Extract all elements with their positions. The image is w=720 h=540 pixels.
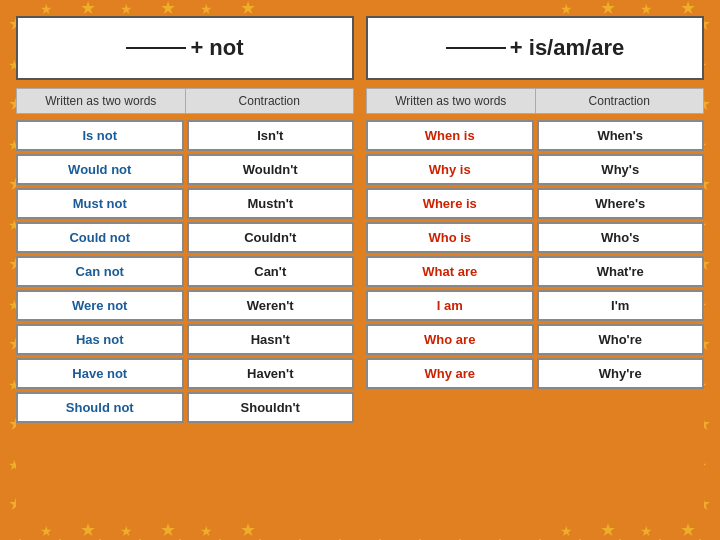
right-word-0: When is (366, 120, 534, 151)
right-header-words: Written as two words (367, 89, 536, 113)
svg-text:★: ★ (640, 1, 653, 17)
left-row-2: Must not Mustn't (16, 188, 354, 219)
right-row-6: Who are Who're (366, 324, 704, 355)
right-table: When is When's Why is Why's Where is Whe… (366, 120, 704, 389)
right-panel: + is/am/are Written as two words Contrac… (366, 16, 704, 524)
right-contraction-1: Why's (537, 154, 705, 185)
svg-text:★: ★ (200, 523, 213, 539)
left-contraction-3: Couldn't (187, 222, 355, 253)
right-row-3: Who is Who's (366, 222, 704, 253)
left-contraction-7: Haven't (187, 358, 355, 389)
svg-text:★: ★ (120, 523, 133, 539)
right-word-2: Where is (366, 188, 534, 219)
left-row-8: Should not Shouldn't (16, 392, 354, 423)
left-table: Is not Isn't Would not Wouldn't Must not… (16, 120, 354, 423)
right-row-0: When is When's (366, 120, 704, 151)
left-contraction-0: Isn't (187, 120, 355, 151)
left-contraction-4: Can't (187, 256, 355, 287)
left-word-7: Have not (16, 358, 184, 389)
left-word-8: Should not (16, 392, 184, 423)
left-word-2: Must not (16, 188, 184, 219)
right-header: Written as two words Contraction (366, 88, 704, 114)
left-header: Written as two words Contraction (16, 88, 354, 114)
right-row-4: What are What're (366, 256, 704, 287)
right-contraction-6: Who're (537, 324, 705, 355)
left-header-contraction: Contraction (186, 89, 354, 113)
left-word-6: Has not (16, 324, 184, 355)
left-word-4: Can not (16, 256, 184, 287)
right-header-contraction: Contraction (536, 89, 704, 113)
right-word-7: Why are (366, 358, 534, 389)
left-contraction-8: Shouldn't (187, 392, 355, 423)
left-word-3: Could not (16, 222, 184, 253)
left-row-3: Could not Couldn't (16, 222, 354, 253)
left-title: + not (16, 16, 354, 80)
svg-text:★: ★ (40, 523, 53, 539)
right-word-4: What are (366, 256, 534, 287)
left-row-6: Has not Hasn't (16, 324, 354, 355)
left-panel: + not Written as two words Contraction I… (16, 16, 354, 524)
right-contraction-2: Where's (537, 188, 705, 219)
right-word-1: Why is (366, 154, 534, 185)
svg-text:★: ★ (560, 523, 573, 539)
left-word-5: Were not (16, 290, 184, 321)
right-contraction-3: Who's (537, 222, 705, 253)
left-blank (126, 47, 186, 49)
right-contraction-5: I'm (537, 290, 705, 321)
left-header-words: Written as two words (17, 89, 186, 113)
left-contraction-2: Mustn't (187, 188, 355, 219)
right-row-2: Where is Where's (366, 188, 704, 219)
svg-text:★: ★ (120, 1, 133, 17)
left-row-5: Were not Weren't (16, 290, 354, 321)
svg-text:★: ★ (640, 523, 653, 539)
right-row-7: Why are Why're (366, 358, 704, 389)
svg-text:★: ★ (40, 1, 53, 17)
right-contraction-7: Why're (537, 358, 705, 389)
right-blank (446, 47, 506, 49)
left-contraction-6: Hasn't (187, 324, 355, 355)
left-contraction-5: Weren't (187, 290, 355, 321)
right-row-5: I am I'm (366, 290, 704, 321)
svg-text:★: ★ (560, 1, 573, 17)
right-word-6: Who are (366, 324, 534, 355)
right-contraction-0: When's (537, 120, 705, 151)
left-row-7: Have not Haven't (16, 358, 354, 389)
left-contraction-1: Wouldn't (187, 154, 355, 185)
right-word-5: I am (366, 290, 534, 321)
left-row-4: Can not Can't (16, 256, 354, 287)
left-row-0: Is not Isn't (16, 120, 354, 151)
right-row-1: Why is Why's (366, 154, 704, 185)
left-plus-not: + not (190, 35, 243, 61)
svg-text:★: ★ (200, 1, 213, 17)
right-plus-text: + is/am/are (510, 35, 624, 61)
right-title: + is/am/are (366, 16, 704, 80)
right-word-3: Who is (366, 222, 534, 253)
right-contraction-4: What're (537, 256, 705, 287)
left-word-0: Is not (16, 120, 184, 151)
left-word-1: Would not (16, 154, 184, 185)
left-row-1: Would not Wouldn't (16, 154, 354, 185)
